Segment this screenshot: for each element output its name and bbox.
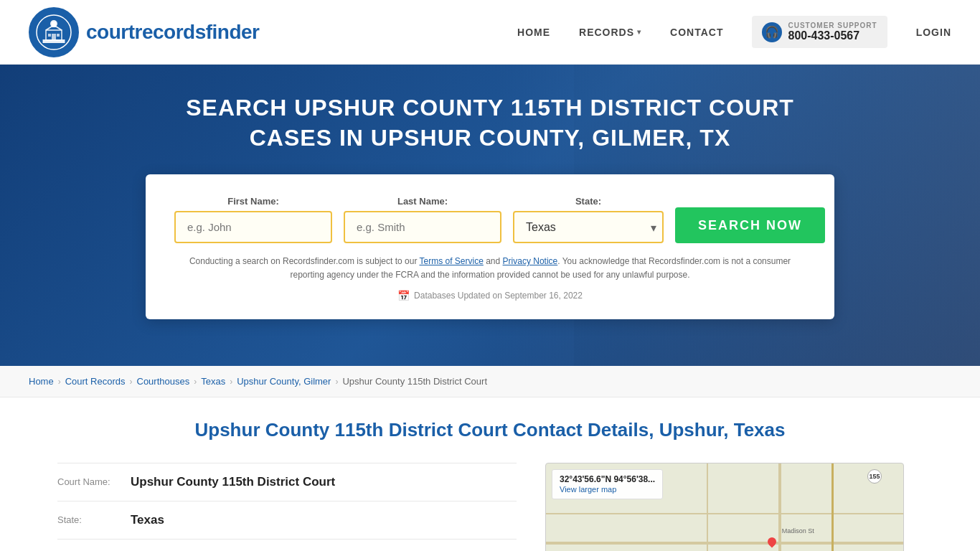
terms-link[interactable]: Terms of Service bbox=[420, 256, 484, 266]
last-name-input[interactable] bbox=[344, 211, 501, 243]
last-name-label: Last Name: bbox=[344, 196, 501, 207]
svg-rect-9 bbox=[52, 34, 56, 40]
map-road-h2 bbox=[546, 513, 903, 514]
support-info: CUSTOMER SUPPORT 800-433-0567 bbox=[788, 22, 877, 42]
calendar-icon: 📅 bbox=[397, 290, 410, 301]
breadcrumb: Home › Court Records › Courthouses › Tex… bbox=[0, 366, 980, 397]
map-coordinates: 32°43'56.6"N 94°56'38... bbox=[560, 474, 655, 484]
headset-icon: 🎧 bbox=[762, 22, 782, 42]
detail-row-state: State: Texas bbox=[57, 501, 517, 540]
site-header: courtrecordsfinder HOME RECORDS ▾ CONTAC… bbox=[0, 0, 980, 65]
search-button[interactable]: SEARCH NOW bbox=[675, 207, 825, 243]
breadcrumb-texas[interactable]: Texas bbox=[201, 376, 225, 387]
map-overlay: 32°43'56.6"N 94°56'38... View larger map bbox=[552, 469, 663, 499]
hero-title: SEARCH UPSHUR COUNTY 115TH DISTRICT COUR… bbox=[167, 93, 813, 153]
court-name-value: Upshur County 115th District Court bbox=[131, 475, 335, 489]
state-label: State: bbox=[57, 513, 122, 525]
state-value: Texas bbox=[131, 513, 164, 527]
search-fields: First Name: Last Name: State: Texas Alab… bbox=[174, 196, 806, 243]
breadcrumb-courthouses[interactable]: Courthouses bbox=[137, 376, 190, 387]
last-name-group: Last Name: bbox=[344, 196, 501, 243]
court-name-label: Court Name: bbox=[57, 475, 122, 487]
svg-rect-8 bbox=[57, 34, 60, 37]
map-road-v2 bbox=[831, 463, 834, 551]
nav-contact[interactable]: CONTACT bbox=[670, 27, 723, 38]
detail-row-court-name: Court Name: Upshur County 115th District… bbox=[57, 463, 517, 501]
map-container[interactable]: Madison St 155 271 Jack in the BoxFast F… bbox=[545, 463, 904, 551]
main-nav: HOME RECORDS ▾ CONTACT 🎧 CUSTOMER SUPPOR… bbox=[517, 16, 951, 48]
map-label-madison: Madison St bbox=[782, 527, 814, 534]
breadcrumb-home[interactable]: Home bbox=[29, 376, 54, 387]
first-name-input[interactable] bbox=[174, 211, 332, 243]
map-road-h1 bbox=[546, 542, 903, 545]
first-name-label: First Name: bbox=[174, 196, 332, 207]
state-label: State: bbox=[513, 196, 664, 207]
nav-login[interactable]: LOGIN bbox=[916, 27, 951, 38]
breadcrumb-sep-4: › bbox=[230, 377, 232, 387]
map-area: Madison St 155 271 Jack in the BoxFast F… bbox=[545, 463, 904, 551]
logo-wordmark: courtrecordsfinder bbox=[86, 21, 260, 44]
breadcrumb-sep-2: › bbox=[130, 377, 133, 387]
logo-icon bbox=[29, 7, 79, 57]
map-road-v1 bbox=[778, 463, 781, 551]
breadcrumb-upshur-gilmer[interactable]: Upshur County, Gilmer bbox=[237, 376, 331, 387]
breadcrumb-sep-1: › bbox=[58, 377, 61, 387]
first-name-group: First Name: bbox=[174, 196, 332, 243]
map-route-155: 155 bbox=[867, 469, 882, 484]
svg-rect-7 bbox=[48, 34, 51, 37]
main-content: Upshur County 115th District Court Conta… bbox=[0, 397, 980, 551]
db-updated: 📅 Databases Updated on September 16, 202… bbox=[174, 290, 806, 301]
content-layout: Court Name: Upshur County 115th District… bbox=[57, 463, 923, 551]
state-group: State: Texas Alabama Alaska California F… bbox=[513, 196, 664, 243]
map-marker bbox=[765, 535, 778, 547]
court-details: Court Name: Upshur County 115th District… bbox=[57, 463, 517, 551]
breadcrumb-current: Upshur County 115th District Court bbox=[342, 376, 487, 387]
chevron-down-icon: ▾ bbox=[637, 28, 641, 36]
breadcrumb-sep-3: › bbox=[194, 377, 197, 387]
nav-records[interactable]: RECORDS ▾ bbox=[579, 27, 641, 38]
search-disclaimer: Conducting a search on Recordsfinder.com… bbox=[174, 255, 806, 282]
state-select[interactable]: Texas Alabama Alaska California Florida … bbox=[513, 211, 664, 243]
breadcrumb-court-records[interactable]: Court Records bbox=[65, 376, 126, 387]
breadcrumb-sep-5: › bbox=[335, 377, 338, 387]
search-card: First Name: Last Name: State: Texas Alab… bbox=[146, 174, 834, 319]
customer-support-box[interactable]: 🎧 CUSTOMER SUPPORT 800-433-0567 bbox=[752, 16, 887, 48]
logo[interactable]: courtrecordsfinder bbox=[29, 7, 260, 57]
map-road-v3 bbox=[707, 463, 708, 551]
view-larger-map-link[interactable]: View larger map bbox=[560, 485, 616, 494]
state-select-wrapper: Texas Alabama Alaska California Florida … bbox=[513, 211, 664, 243]
nav-home[interactable]: HOME bbox=[517, 27, 550, 38]
page-title: Upshur County 115th District Court Conta… bbox=[57, 419, 923, 441]
hero-section: SEARCH UPSHUR COUNTY 115TH DISTRICT COUR… bbox=[0, 65, 980, 366]
privacy-link[interactable]: Privacy Notice bbox=[503, 256, 558, 266]
